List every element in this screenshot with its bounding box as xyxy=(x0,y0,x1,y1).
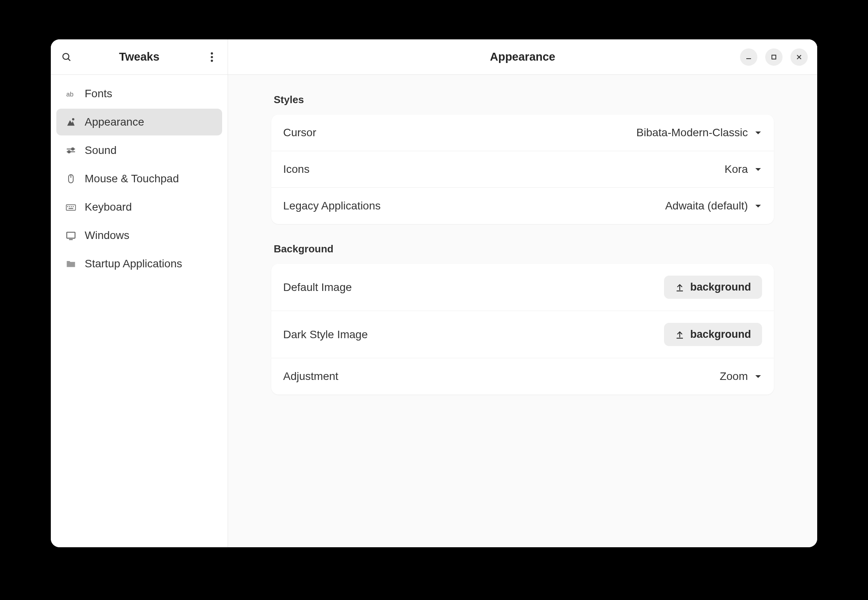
icons-dropdown[interactable]: Kora xyxy=(725,163,762,176)
row-label: Dark Style Image xyxy=(283,328,368,341)
page-title: Appearance xyxy=(237,50,808,63)
mouse-icon xyxy=(65,173,77,185)
chevron-down-icon xyxy=(754,372,762,380)
maximize-icon xyxy=(771,54,777,60)
svg-point-0 xyxy=(63,53,69,59)
sidebar-item-keyboard[interactable]: Keyboard xyxy=(56,194,222,220)
svg-point-3 xyxy=(211,56,213,58)
background-group: Default Image background Dark Style Imag… xyxy=(271,264,774,394)
svg-rect-22 xyxy=(772,55,776,59)
svg-rect-14 xyxy=(67,206,68,207)
windows-icon xyxy=(65,230,77,241)
row-icons[interactable]: Icons Kora xyxy=(271,151,774,188)
dropdown-value: Bibata-Modern-Classic xyxy=(636,126,748,139)
sidebar-item-appearance[interactable]: Appearance xyxy=(56,109,222,135)
app-window: Tweaks ab Fonts Appearance xyxy=(51,39,817,547)
sidebar-item-startup-applications[interactable]: Startup Applications xyxy=(56,250,222,277)
svg-rect-19 xyxy=(67,232,75,238)
svg-rect-15 xyxy=(69,206,70,207)
fonts-icon: ab xyxy=(65,88,77,100)
svg-point-6 xyxy=(72,118,74,120)
sidebar-item-sound[interactable]: Sound xyxy=(56,137,222,164)
row-label: Legacy Applications xyxy=(283,200,381,212)
content-area: Styles Cursor Bibata-Modern-Classic Icon… xyxy=(228,75,817,432)
button-label: background xyxy=(690,328,751,341)
chevron-down-icon xyxy=(754,202,762,210)
legacy-apps-dropdown[interactable]: Adwaita (default) xyxy=(665,200,762,212)
svg-point-2 xyxy=(211,52,213,54)
maximize-button[interactable] xyxy=(765,48,783,66)
dropdown-value: Zoom xyxy=(720,370,748,383)
main-panel: Appearance xyxy=(228,39,817,547)
sidebar-header: Tweaks xyxy=(51,39,228,75)
sidebar-title: Tweaks xyxy=(75,50,203,63)
styles-group: Cursor Bibata-Modern-Classic Icons Kora xyxy=(271,115,774,224)
svg-text:ab: ab xyxy=(66,91,73,98)
svg-rect-17 xyxy=(73,206,74,207)
sidebar-item-windows[interactable]: Windows xyxy=(56,222,222,249)
window-controls xyxy=(740,48,808,66)
upload-icon xyxy=(675,330,684,339)
kebab-icon xyxy=(208,52,216,63)
dropdown-value: Kora xyxy=(725,163,748,176)
close-button[interactable] xyxy=(790,48,808,66)
sidebar-item-fonts[interactable]: ab Fonts xyxy=(56,80,222,107)
row-legacy-applications[interactable]: Legacy Applications Adwaita (default) xyxy=(271,188,774,224)
sidebar-item-label: Startup Applications xyxy=(85,257,182,270)
search-button[interactable] xyxy=(58,48,75,66)
dropdown-value: Adwaita (default) xyxy=(665,200,748,212)
minimize-button[interactable] xyxy=(740,48,757,66)
row-label: Adjustment xyxy=(283,370,338,383)
main-header: Appearance xyxy=(228,39,817,75)
dark-image-upload-button[interactable]: background xyxy=(664,323,762,346)
svg-rect-16 xyxy=(71,206,72,207)
sidebar-item-label: Windows xyxy=(85,229,130,242)
section-title-background: Background xyxy=(271,243,774,255)
svg-line-1 xyxy=(68,58,70,61)
sidebar-list: ab Fonts Appearance Sound Mous xyxy=(51,75,228,283)
chevron-down-icon xyxy=(754,129,762,137)
keyboard-icon xyxy=(65,201,77,213)
button-label: background xyxy=(690,281,751,293)
section-title-styles: Styles xyxy=(271,94,774,106)
cursor-dropdown[interactable]: Bibata-Modern-Classic xyxy=(636,126,762,139)
svg-rect-13 xyxy=(66,205,75,210)
search-icon xyxy=(61,52,72,63)
appearance-icon xyxy=(65,116,77,128)
row-label: Cursor xyxy=(283,126,316,139)
sidebar-item-mouse-touchpad[interactable]: Mouse & Touchpad xyxy=(56,165,222,192)
chevron-down-icon xyxy=(754,165,762,173)
svg-rect-18 xyxy=(69,208,73,209)
hamburger-menu-button[interactable] xyxy=(203,48,221,66)
close-icon xyxy=(796,54,802,60)
svg-point-9 xyxy=(72,148,74,150)
folder-icon xyxy=(65,258,77,270)
row-label: Default Image xyxy=(283,281,352,294)
sound-icon xyxy=(65,144,77,156)
sidebar-item-label: Mouse & Touchpad xyxy=(85,172,179,185)
sidebar-item-label: Sound xyxy=(85,144,117,157)
upload-icon xyxy=(675,283,684,292)
row-adjustment[interactable]: Adjustment Zoom xyxy=(271,358,774,394)
row-dark-style-image: Dark Style Image background xyxy=(271,311,774,358)
row-default-image: Default Image background xyxy=(271,264,774,311)
row-label: Icons xyxy=(283,163,310,176)
minimize-icon xyxy=(746,54,752,60)
svg-point-10 xyxy=(68,151,70,153)
sidebar-item-label: Fonts xyxy=(85,87,112,100)
row-cursor[interactable]: Cursor Bibata-Modern-Classic xyxy=(271,115,774,151)
adjustment-dropdown[interactable]: Zoom xyxy=(720,370,762,383)
sidebar-item-label: Keyboard xyxy=(85,201,132,213)
svg-point-4 xyxy=(211,59,213,62)
sidebar: Tweaks ab Fonts Appearance xyxy=(51,39,228,547)
default-image-upload-button[interactable]: background xyxy=(664,276,762,299)
sidebar-item-label: Appearance xyxy=(85,116,144,128)
